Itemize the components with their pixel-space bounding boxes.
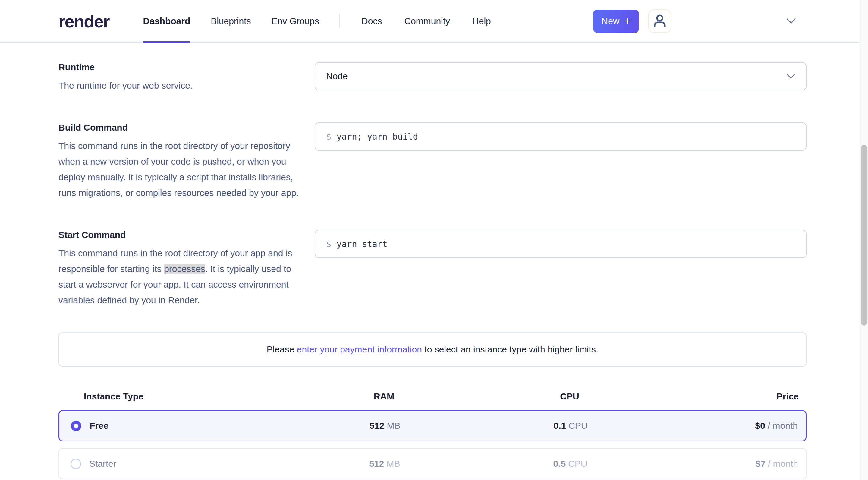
scrollbar-track[interactable]: [860, 0, 868, 480]
start-command-label-col: Start Command This command runs in the r…: [59, 230, 315, 308]
runtime-description: The runtime for your web service.: [59, 78, 304, 93]
ram-cell: 512MB: [306, 458, 463, 469]
build-command-input[interactable]: $ yarn; yarn build: [315, 122, 807, 151]
build-command-row: Build Command This command runs in the r…: [59, 122, 807, 201]
build-command-description: This command runs in the root directory …: [59, 138, 304, 201]
start-command-label: Start Command: [59, 230, 304, 240]
nav-tab-env-groups[interactable]: Env Groups: [272, 0, 319, 42]
header-price: Price: [677, 391, 807, 401]
start-command-control-col: $ yarn start: [315, 230, 807, 258]
user-avatar-button[interactable]: [648, 9, 672, 33]
scrollbar-thumb[interactable]: [861, 145, 867, 326]
header-actions: New +: [593, 9, 868, 33]
price-cell: $0/ month: [678, 421, 806, 431]
header-instance-type: Instance Type: [59, 391, 306, 401]
build-command-label-col: Build Command This command runs in the r…: [59, 122, 315, 201]
start-command-value: yarn start: [337, 239, 388, 249]
instance-type-table: Instance Type RAM CPU Price Free 512MB 0…: [59, 383, 807, 480]
runtime-label: Runtime: [59, 62, 304, 72]
build-command-control-col: $ yarn; yarn build: [315, 122, 807, 151]
prompt-symbol: $: [326, 239, 331, 249]
user-icon: [653, 14, 666, 28]
header-cpu: CPU: [462, 391, 677, 401]
start-command-row: Start Command This command runs in the r…: [59, 230, 807, 308]
primary-nav: Dashboard Blueprints Env Groups: [143, 0, 319, 42]
banner-text: Please enter your payment information to…: [267, 344, 598, 355]
instance-row-starter[interactable]: Starter 512MB 0.5CPU $7/ month: [59, 448, 807, 479]
nav-link-help[interactable]: Help: [472, 16, 491, 26]
price-cell: $7/ month: [678, 458, 806, 469]
runtime-label-col: Runtime The runtime for your web service…: [59, 62, 315, 93]
secondary-nav: Docs Community Help: [361, 16, 491, 26]
radio-unselected[interactable]: [70, 458, 81, 469]
instance-name: Starter: [89, 458, 116, 469]
payment-banner: Please enter your payment information to…: [59, 332, 807, 367]
chevron-down-icon: [786, 74, 795, 79]
instance-table-header: Instance Type RAM CPU Price: [59, 383, 807, 410]
instance-row-free[interactable]: Free 512MB 0.1CPU $0/ month: [59, 410, 807, 442]
cpu-cell: 0.5CPU: [463, 458, 678, 469]
nav-tab-dashboard[interactable]: Dashboard: [143, 0, 190, 42]
prompt-symbol: $: [326, 132, 331, 142]
cpu-cell: 0.1CPU: [463, 421, 678, 431]
plus-icon: +: [624, 16, 630, 27]
nav-link-docs[interactable]: Docs: [361, 16, 382, 26]
runtime-row: Runtime The runtime for your web service…: [59, 62, 807, 93]
nav-tab-label: Dashboard: [143, 16, 190, 26]
nav-tab-label: Env Groups: [272, 16, 319, 26]
new-button-label: New: [601, 16, 619, 26]
header-ram: RAM: [306, 391, 462, 401]
build-command-value: yarn; yarn build: [337, 132, 418, 142]
build-command-label: Build Command: [59, 122, 304, 133]
payment-link[interactable]: enter your payment information: [297, 344, 422, 354]
start-command-input[interactable]: $ yarn start: [315, 230, 807, 258]
highlighted-text: processes: [164, 264, 205, 274]
nav-link-community[interactable]: Community: [404, 16, 450, 26]
nav-tab-blueprints[interactable]: Blueprints: [211, 0, 251, 42]
top-nav: render Dashboard Blueprints Env Groups D…: [0, 0, 868, 43]
chevron-down-icon: [786, 19, 796, 24]
radio-selected[interactable]: [71, 421, 82, 431]
start-command-description: This command runs in the root directory …: [59, 245, 304, 308]
instance-name: Free: [90, 421, 108, 431]
service-settings-form: Runtime The runtime for your web service…: [0, 43, 868, 480]
nav-divider: [339, 14, 340, 28]
nav-tab-label: Blueprints: [211, 16, 251, 26]
workspace-chevron-button[interactable]: [786, 19, 796, 24]
new-button[interactable]: New +: [593, 10, 639, 33]
runtime-select-value: Node: [326, 71, 348, 82]
render-logo[interactable]: render: [59, 11, 110, 31]
ram-cell: 512MB: [307, 421, 463, 431]
runtime-select[interactable]: Node: [315, 62, 807, 90]
runtime-control-col: Node: [315, 62, 807, 90]
